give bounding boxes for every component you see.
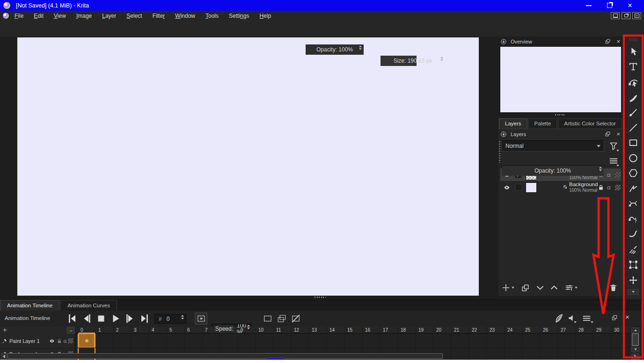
frame-number-18[interactable]: 18: [398, 327, 416, 334]
hscroll-thumb[interactable]: [7, 353, 443, 359]
tab-layers[interactable]: Layers: [499, 118, 527, 129]
frame-cell[interactable]: [487, 334, 505, 348]
frame-number-20[interactable]: 20: [433, 327, 451, 334]
frame-number-0[interactable]: 0: [78, 327, 95, 334]
tab-artistic-color-selector[interactable]: Artistic Color Selector: [558, 118, 622, 129]
canvas[interactable]: [17, 37, 479, 296]
frame-number-25[interactable]: 25: [522, 327, 540, 334]
timeline-inherit-alpha-icon[interactable]: [68, 338, 73, 343]
overview-float-button[interactable]: [605, 38, 611, 44]
frame-number-6[interactable]: 6: [184, 327, 202, 334]
skip-to-end-button[interactable]: [139, 313, 150, 324]
speed-up-icon[interactable]: [247, 325, 250, 327]
layer-visibility-icon[interactable]: [503, 184, 511, 191]
frame-cell[interactable]: [220, 334, 238, 348]
tab-palette[interactable]: Palette: [528, 118, 557, 129]
frame-number-13[interactable]: 13: [309, 327, 327, 334]
tab-animation-timeline[interactable]: Animation Timeline: [0, 300, 59, 311]
stop-button[interactable]: [95, 313, 107, 324]
frame-cell[interactable]: [558, 334, 576, 348]
tool-freehand-brush[interactable]: [628, 107, 638, 117]
tool-select-shapes[interactable]: [628, 46, 638, 57]
animation-close-button[interactable]: ×: [625, 313, 629, 321]
close-button[interactable]: ×: [620, 0, 640, 11]
frame-number-29[interactable]: 29: [593, 327, 611, 334]
frame-cell[interactable]: [469, 334, 487, 348]
frame-cell[interactable]: [327, 334, 344, 348]
menu-settings[interactable]: Settings: [224, 13, 254, 19]
frame-number-2[interactable]: 2: [113, 327, 131, 334]
frame-number-23[interactable]: 23: [487, 327, 505, 334]
hscroll-right-button[interactable]: [631, 354, 639, 359]
tool-dynamic-brush[interactable]: [628, 229, 638, 240]
hscroll-left-button[interactable]: [1, 353, 7, 359]
timeline-visibility-icon[interactable]: [49, 338, 55, 344]
frame-cell[interactable]: [238, 334, 256, 348]
frame-number-3[interactable]: 3: [131, 327, 149, 334]
frame-cell[interactable]: [576, 334, 593, 348]
tool-transform[interactable]: [628, 260, 638, 270]
frame-number-4[interactable]: 4: [149, 327, 167, 334]
frame-number-27[interactable]: 27: [558, 327, 576, 334]
animation-menu-button[interactable]: [582, 313, 592, 323]
canvas-splitter-handle[interactable]: [315, 297, 326, 298]
frame-number-30[interactable]: 30: [611, 327, 629, 334]
tool-ellipse[interactable]: [628, 153, 638, 163]
frame-number-12[interactable]: 12: [291, 327, 309, 334]
frame-cell[interactable]: [593, 334, 611, 348]
frame-cell[interactable]: [540, 334, 558, 348]
frame-cell[interactable]: [362, 334, 380, 348]
frame-cell[interactable]: [398, 334, 416, 348]
frame-cell[interactable]: [202, 334, 220, 348]
timeline-hscrollbar[interactable]: [1, 353, 628, 359]
add-layer-button[interactable]: [501, 283, 511, 292]
frame-cell[interactable]: [113, 334, 131, 348]
frame-cell[interactable]: [291, 334, 309, 348]
frame-cell[interactable]: [149, 334, 167, 348]
layer-opacity-up-icon[interactable]: [599, 167, 602, 168]
tool-edit-shapes[interactable]: [628, 77, 638, 87]
frame-number-21[interactable]: 21: [451, 327, 469, 334]
play-button[interactable]: [110, 313, 121, 324]
layers-close-button[interactable]: ×: [616, 131, 620, 138]
tool-move[interactable]: [628, 275, 638, 285]
mdi-restore-button[interactable]: [622, 12, 630, 19]
animation-menu-caret-icon[interactable]: [591, 321, 593, 323]
opacity-up-icon[interactable]: [359, 45, 362, 47]
docker-drag-handle[interactable]: [499, 141, 500, 163]
delete-layer-button[interactable]: [609, 283, 618, 292]
menu-help[interactable]: Help: [254, 13, 276, 19]
next-frame-button[interactable]: [124, 313, 136, 324]
toolbox-scroll-down-button[interactable]: [628, 289, 639, 295]
tool-polygon[interactable]: [628, 168, 638, 178]
layer-lock-icon[interactable]: [598, 184, 604, 191]
timeline-alpha-icon[interactable]: α: [64, 338, 66, 344]
speed-spinbox[interactable]: Speed: 100 %: [211, 324, 252, 334]
layer-row-background[interactable]: Background 100% Normal α: [500, 181, 621, 194]
timeline-lock-icon[interactable]: [57, 338, 62, 344]
menu-view[interactable]: View: [49, 13, 71, 19]
menu-select[interactable]: Select: [121, 13, 147, 19]
size-up-icon[interactable]: [440, 57, 443, 58]
tool-freehand-path[interactable]: [628, 214, 638, 224]
frame-cell[interactable]: [505, 334, 522, 348]
menu-window[interactable]: Window: [170, 13, 200, 19]
frame-number-15[interactable]: 15: [344, 327, 362, 334]
layer-inherit-alpha-icon[interactable]: [615, 172, 621, 178]
frame-cell[interactable]: [256, 334, 273, 348]
frame-cell[interactable]: [522, 334, 540, 348]
tool-multibrush[interactable]: [628, 244, 638, 254]
docker-lock-icon[interactable]: [500, 38, 507, 45]
frame-up-icon[interactable]: [181, 315, 184, 317]
menu-tools[interactable]: Tools: [200, 13, 224, 19]
opacity-down-icon[interactable]: [359, 48, 362, 50]
frame-cell[interactable]: [273, 334, 291, 348]
frame-cell[interactable]: [380, 334, 398, 348]
layer-opacity-down-icon[interactable]: [599, 169, 602, 171]
menu-edit[interactable]: Edit: [29, 13, 49, 19]
overview-splitter-handle[interactable]: [555, 114, 565, 116]
frame-cell[interactable]: [167, 334, 184, 348]
tool-line[interactable]: [628, 123, 638, 133]
vscroll-down-button[interactable]: [631, 347, 639, 352]
frame-cell[interactable]: [131, 334, 149, 348]
